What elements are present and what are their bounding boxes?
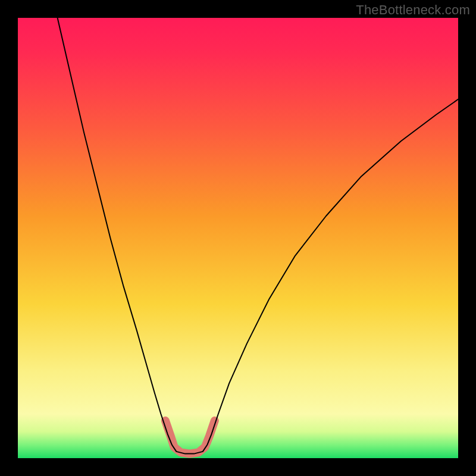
bottleneck-chart [18, 18, 458, 458]
watermark-text: TheBottleneck.com [356, 2, 470, 18]
chart-background [18, 18, 458, 458]
chart-frame: TheBottleneck.com [0, 0, 476, 476]
